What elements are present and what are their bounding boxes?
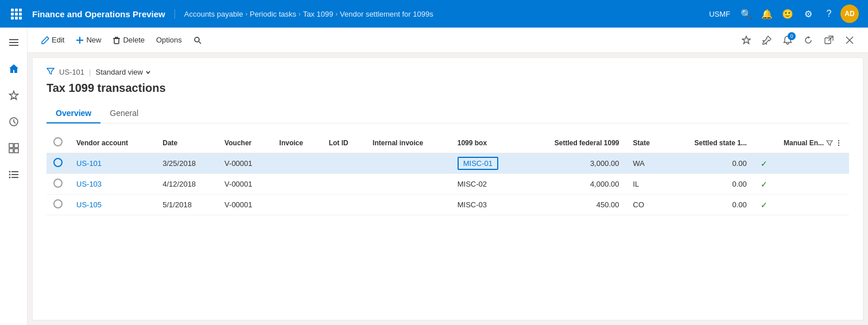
svg-point-12 bbox=[9, 174, 10, 176]
row-select-1[interactable] bbox=[46, 174, 69, 195]
row-radio-2[interactable] bbox=[53, 199, 63, 208]
notification-count-badge: 0 bbox=[788, 32, 796, 40]
filter-icon[interactable] bbox=[46, 67, 55, 77]
th-vendor-account: Vendor account bbox=[69, 133, 156, 153]
tabs-container: Overview General bbox=[46, 104, 849, 123]
cell-manual-en-0: ✓ bbox=[754, 153, 849, 174]
cell-state-1: IL bbox=[626, 174, 666, 195]
sidebar-list-icon[interactable] bbox=[1, 162, 26, 187]
cell-1099box-0[interactable]: MISC-01 bbox=[451, 153, 523, 174]
breadcrumb-tax-1099[interactable]: Tax 1099 bbox=[303, 10, 334, 18]
cell-internal-invoice-2 bbox=[366, 195, 451, 215]
refresh-icon-btn[interactable] bbox=[799, 31, 817, 49]
open-in-new-icon-btn[interactable] bbox=[820, 31, 838, 49]
top-navigation-bar: Finance and Operations Preview Accounts … bbox=[0, 0, 868, 28]
filter-id: US-101 bbox=[59, 68, 84, 76]
svg-point-15 bbox=[195, 37, 199, 42]
manual-en-check-0: ✓ bbox=[761, 159, 768, 168]
vendor-link-2[interactable]: US-105 bbox=[76, 200, 102, 209]
settings-gear-icon[interactable]: ⚙ bbox=[799, 5, 817, 23]
svg-rect-17 bbox=[825, 38, 831, 44]
org-label: USMF bbox=[704, 10, 735, 18]
vendor-link-0[interactable]: US-101 bbox=[76, 159, 102, 168]
table-row: US-101 3/25/2018V-00001MISC-013,000.00WA… bbox=[46, 153, 849, 174]
cell-settled-federal-1: 4,000.00 bbox=[522, 174, 626, 195]
cell-vendor-2[interactable]: US-105 bbox=[69, 195, 156, 215]
feedback-icon[interactable]: 🙂 bbox=[778, 5, 797, 23]
breadcrumb-sep-3: › bbox=[335, 10, 338, 17]
row-radio-0[interactable] bbox=[53, 158, 63, 167]
transactions-table: Vendor account Date Voucher Invoice Lot … bbox=[46, 133, 849, 215]
pin-icon-btn[interactable] bbox=[758, 31, 776, 49]
delete-button[interactable]: Delete bbox=[108, 32, 149, 48]
svg-rect-0 bbox=[9, 39, 18, 40]
cell-settled-state-0: 0.00 bbox=[666, 153, 754, 174]
th-lot-id: Lot ID bbox=[322, 133, 366, 153]
svg-point-13 bbox=[9, 177, 10, 179]
cell-vendor-1[interactable]: US-103 bbox=[69, 174, 156, 195]
svg-rect-4 bbox=[9, 144, 13, 148]
row-select-0[interactable] bbox=[46, 153, 69, 174]
edit-label: Edit bbox=[52, 36, 64, 44]
search-icon-btn[interactable]: 🔍 bbox=[737, 5, 755, 23]
apps-launcher-button[interactable] bbox=[5, 0, 28, 28]
cell-date-2: 5/1/2018 bbox=[156, 195, 218, 215]
notifications-bell-icon[interactable]: 🔔 bbox=[758, 5, 776, 23]
options-label: Options bbox=[156, 36, 182, 44]
svg-point-21 bbox=[838, 140, 839, 141]
cell-state-0: WA bbox=[626, 153, 666, 174]
cell-vendor-0[interactable]: US-101 bbox=[69, 153, 156, 174]
app-layout: Edit New Delete Options bbox=[0, 28, 868, 325]
cell-internal-invoice-1 bbox=[366, 174, 451, 195]
breadcrumb-vendor-settlement[interactable]: Vendor settlement for 1099s bbox=[340, 10, 433, 18]
cell-1099box-1[interactable]: MISC-02 bbox=[451, 174, 523, 195]
sidebar-home-icon[interactable] bbox=[1, 56, 26, 82]
th-settled-federal: Settled federal 1099 bbox=[522, 133, 626, 153]
breadcrumb-sep-1: › bbox=[245, 10, 247, 17]
new-label: New bbox=[86, 36, 101, 44]
vendor-link-1[interactable]: US-103 bbox=[76, 180, 102, 188]
row-radio-1[interactable] bbox=[53, 179, 63, 188]
view-selector[interactable]: Standard view bbox=[95, 68, 150, 76]
filter-divider: | bbox=[89, 68, 91, 76]
favorites-star-icon-btn[interactable] bbox=[737, 31, 755, 49]
svg-line-16 bbox=[199, 41, 201, 44]
sidebar-recent-icon[interactable] bbox=[1, 109, 26, 134]
main-content-area: Edit New Delete Options bbox=[28, 28, 868, 325]
sidebar-favorites-icon[interactable] bbox=[1, 83, 26, 108]
search-icon bbox=[193, 36, 202, 44]
breadcrumb-periodic-tasks[interactable]: Periodic tasks bbox=[250, 10, 296, 18]
edit-icon bbox=[41, 36, 49, 44]
cell-lot-id-2 bbox=[322, 195, 366, 215]
cell-internal-invoice-0 bbox=[366, 153, 451, 174]
cell-1099box-2[interactable]: MISC-03 bbox=[451, 195, 523, 215]
search-button[interactable] bbox=[189, 33, 206, 48]
notifications-icon-btn[interactable]: 0 bbox=[778, 31, 797, 49]
new-button[interactable]: New bbox=[71, 32, 106, 48]
box-cell-0[interactable]: MISC-01 bbox=[458, 157, 498, 170]
breadcrumb-sep-2: › bbox=[299, 10, 301, 17]
help-question-icon[interactable]: ? bbox=[820, 5, 838, 23]
tab-overview[interactable]: Overview bbox=[46, 104, 100, 123]
edit-button[interactable]: Edit bbox=[37, 32, 69, 48]
table-row: US-105 5/1/2018V-00001MISC-03450.00CO0.0… bbox=[46, 195, 849, 215]
close-icon-btn[interactable] bbox=[840, 31, 859, 49]
svg-rect-9 bbox=[11, 174, 18, 175]
th-select-all[interactable] bbox=[46, 133, 69, 153]
svg-rect-1 bbox=[9, 42, 18, 43]
svg-point-22 bbox=[838, 142, 839, 143]
tab-general[interactable]: General bbox=[100, 104, 148, 123]
select-all-checkbox[interactable] bbox=[53, 137, 63, 146]
cell-voucher-0: V-00001 bbox=[218, 153, 272, 174]
user-avatar[interactable]: AD bbox=[840, 5, 859, 23]
breadcrumb-accounts-payable[interactable]: Accounts payable bbox=[184, 10, 243, 18]
th-date: Date bbox=[156, 133, 218, 153]
svg-rect-10 bbox=[11, 177, 18, 178]
options-button[interactable]: Options bbox=[152, 32, 187, 48]
new-plus-icon bbox=[76, 36, 84, 44]
cell-date-0: 3/25/2018 bbox=[156, 153, 218, 174]
sidebar-grid-icon[interactable] bbox=[1, 136, 26, 161]
row-select-2[interactable] bbox=[46, 195, 69, 215]
sidebar-hamburger-icon[interactable] bbox=[1, 30, 26, 55]
svg-rect-14 bbox=[114, 38, 119, 44]
